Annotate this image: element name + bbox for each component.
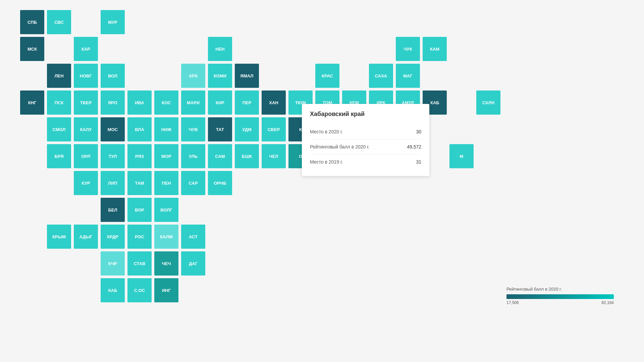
legend: Рейтинговый балл в 2020 г. 17,506 82,164 xyxy=(506,287,614,305)
cell-мари[interactable]: МАРИ xyxy=(181,90,205,115)
cell-ямал[interactable]: ЯМАЛ xyxy=(235,64,259,88)
tooltip-row-1: Место в 2020 г. 30 xyxy=(310,124,421,139)
cell-сам[interactable]: САМ xyxy=(208,144,232,168)
cell-кос[interactable]: КОС xyxy=(154,90,178,115)
tooltip-value-3: 31 xyxy=(416,159,421,165)
cell-свс[interactable]: СВС xyxy=(47,10,71,34)
cell-чеч[interactable]: ЧЕЧ xyxy=(154,251,178,276)
legend-labels: 17,506 82,164 xyxy=(506,300,614,305)
tooltip-row-3: Место в 2019 г. 31 xyxy=(310,155,421,169)
cell-лен[interactable]: ЛЕН xyxy=(47,64,71,88)
cell-смол[interactable]: СМОЛ xyxy=(47,117,71,141)
cell-арх[interactable]: АРХ xyxy=(181,64,205,88)
cell-пен[interactable]: ПЕН xyxy=(154,171,178,195)
tooltip-row-2: Рейтинговый балл в 2020 г. 49,572 xyxy=(310,139,421,155)
cell-адыг[interactable]: АДЫГ xyxy=(74,225,98,249)
cell-кам[interactable]: КАМ xyxy=(423,37,447,61)
cell-калу[interactable]: КАЛУ xyxy=(74,117,98,141)
cell-даг[interactable]: ДАГ xyxy=(181,251,205,276)
cell-чук[interactable]: ЧУК xyxy=(396,37,420,61)
cell-орнб[interactable]: ОРНБ xyxy=(208,171,232,195)
cell-лип[interactable]: ЛИП xyxy=(101,171,125,195)
cell-бшк[interactable]: БШК xyxy=(235,144,259,168)
cell-кир[interactable]: КИР xyxy=(208,90,232,115)
cell-яро[interactable]: ЯРО xyxy=(101,90,125,115)
cell-вор[interactable]: ВОР xyxy=(127,198,152,222)
tooltip-value-1: 30 xyxy=(416,129,421,134)
cell-аст[interactable]: АСТ xyxy=(181,225,205,249)
legend-max: 82,164 xyxy=(601,300,614,305)
cell-новг[interactable]: НОВГ xyxy=(74,64,98,88)
cell-с.ос[interactable]: С.ОС xyxy=(127,278,152,302)
cell-уль[interactable]: УЛЬ xyxy=(181,144,205,168)
cell-хан[interactable]: ХАН xyxy=(262,90,286,115)
cell-кнг[interactable]: КНГ xyxy=(20,90,44,115)
cell-ниж[interactable]: НИЖ xyxy=(154,117,178,141)
cell-кар[interactable]: КАР xyxy=(74,37,98,61)
cell-мос[interactable]: МОС xyxy=(101,117,125,141)
cell-мур[interactable]: МУР xyxy=(101,10,125,34)
cell-ряз[interactable]: РЯЗ xyxy=(127,144,152,168)
cell-м[interactable]: М xyxy=(449,144,474,168)
legend-bar xyxy=(506,294,614,299)
cell-схлн[interactable]: СХЛН xyxy=(476,90,500,115)
cell-инг[interactable]: ИНГ xyxy=(154,278,178,302)
tooltip-value-2: 49,572 xyxy=(407,144,421,149)
cell-саха[interactable]: САХА xyxy=(369,64,393,88)
cell-твер[interactable]: ТВЕР xyxy=(74,90,98,115)
tooltip-title: Хабаровский край xyxy=(310,111,421,118)
cell-кчр[interactable]: КЧР xyxy=(101,251,125,276)
cell-мск[interactable]: МСК xyxy=(20,37,44,61)
cell-бря[interactable]: БРЯ xyxy=(47,144,71,168)
cell-мор[interactable]: МОР xyxy=(154,144,178,168)
cell-удм[interactable]: УДМ xyxy=(235,117,259,141)
cell-нен[interactable]: НЕН xyxy=(208,37,232,61)
cell-калм[interactable]: КАЛМ xyxy=(154,225,178,249)
cell-чув[interactable]: ЧУВ xyxy=(181,117,205,141)
cell-свер[interactable]: СВЕР xyxy=(262,117,286,141)
cell-крым[interactable]: КРЫМ xyxy=(47,225,71,249)
cell-там[interactable]: ТАМ xyxy=(127,171,152,195)
legend-title: Рейтинговый балл в 2020 г. xyxy=(506,287,614,292)
cell-сар[interactable]: САР xyxy=(181,171,205,195)
cell-вла[interactable]: ВЛА xyxy=(127,117,152,141)
cell-ива[interactable]: ИВА xyxy=(127,90,152,115)
cell-чел[interactable]: ЧЕЛ xyxy=(262,144,286,168)
cell-каб[interactable]: КАБ xyxy=(101,278,125,302)
tooltip-label-1: Место в 2020 г. xyxy=(310,129,416,134)
cell-вол[interactable]: ВОЛ xyxy=(101,64,125,88)
cell-спб[interactable]: СПБ xyxy=(20,10,44,34)
cell-тат[interactable]: ТАТ xyxy=(208,117,232,141)
tooltip-label-2: Рейтинговый балл в 2020 г. xyxy=(310,144,407,149)
cell-став[interactable]: СТАВ xyxy=(127,251,152,276)
tooltip: Хабаровский край Место в 2020 г. 30 Рейт… xyxy=(302,104,429,176)
cell-пер[interactable]: ПЕР xyxy=(235,90,259,115)
map-container: СПБСВСМУРМСККАРНЕНЧУККАМЛЕННОВГВОЛАРХКОМ… xyxy=(10,7,634,325)
cell-кур[interactable]: КУР xyxy=(74,171,98,195)
cell-коми[interactable]: КОМИ xyxy=(208,64,232,88)
cell-тул[interactable]: ТУЛ xyxy=(101,144,125,168)
cell-рос[interactable]: РОС xyxy=(127,225,152,249)
cell-бел[interactable]: БЕЛ xyxy=(101,198,125,222)
cell-крдр[interactable]: КРДР xyxy=(101,225,125,249)
cell-орл[interactable]: ОРЛ xyxy=(74,144,98,168)
cell-волг[interactable]: ВОЛГ xyxy=(154,198,178,222)
tooltip-label-3: Место в 2019 г. xyxy=(310,159,416,165)
cell-пск[interactable]: ПСК xyxy=(47,90,71,115)
cell-крас[interactable]: КРАС xyxy=(315,64,339,88)
cell-маг[interactable]: МАГ xyxy=(396,64,420,88)
legend-min: 17,506 xyxy=(506,300,519,305)
